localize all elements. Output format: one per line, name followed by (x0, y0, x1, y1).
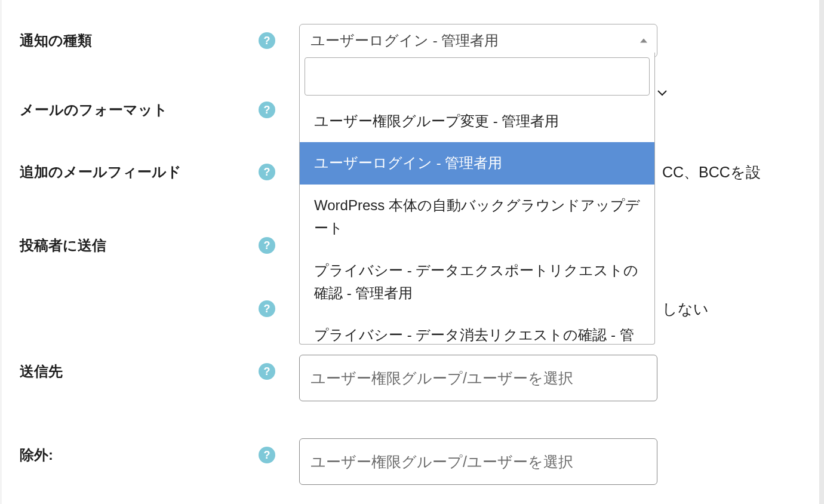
control-exclude: ユーザー権限グループ/ユーザーを選択 (299, 438, 657, 485)
dropdown-search-wrap (300, 53, 654, 100)
label-blank (20, 292, 259, 299)
help-icon[interactable]: ? (259, 32, 275, 49)
destination-input[interactable]: ユーザー権限グループ/ユーザーを選択 (299, 355, 657, 401)
help-icon[interactable]: ? (259, 237, 275, 254)
notification-type-dropdown: ユーザー権限グループ変更 - 管理者用 ユーザーログイン - 管理者用 Word… (299, 53, 655, 345)
help-icon[interactable]: ? (259, 102, 275, 118)
dropdown-option[interactable]: WordPress 本体の自動バックグラウンドアップデート (300, 185, 654, 250)
help-icon[interactable]: ? (259, 300, 275, 317)
control-destination: ユーザー権限グループ/ユーザーを選択 (299, 355, 657, 401)
additional-fields-hint: CC、BCCを設 (662, 155, 761, 182)
label-send-to-author: 投稿者に送信 (20, 229, 259, 255)
help-icon[interactable]: ? (259, 164, 275, 180)
label-notification-type: 通知の種類 (20, 24, 259, 50)
exclude-input[interactable]: ユーザー権限グループ/ユーザーを選択 (299, 438, 657, 485)
dropdown-option[interactable]: プライバシー - データエクスポートリクエストの確認 - 管理者用 (300, 250, 654, 315)
notification-type-selected-value: ユーザーログイン - 管理者用 (310, 31, 499, 50)
help-icon[interactable]: ? (259, 447, 275, 463)
dropdown-option-selected[interactable]: ユーザーログイン - 管理者用 (300, 142, 654, 184)
destination-placeholder: ユーザー権限グループ/ユーザーを選択 (310, 368, 573, 388)
dropdown-option[interactable]: ユーザー権限グループ変更 - 管理者用 (300, 100, 654, 142)
label-destination: 送信先 (20, 355, 259, 381)
label-exclude: 除外: (20, 438, 259, 465)
exclude-placeholder: ユーザー権限グループ/ユーザーを選択 (310, 452, 573, 472)
help-icon[interactable]: ? (259, 363, 275, 380)
label-mail-format: メールのフォーマット (20, 93, 259, 119)
dropdown-search-input[interactable] (305, 57, 650, 96)
chevron-up-icon (640, 39, 647, 43)
row-destination: 送信先 ? ユーザー権限グループ/ユーザーを選択 (20, 355, 801, 401)
do-not-send-hint: しない (662, 292, 709, 319)
dropdown-option-list: ユーザー権限グループ変更 - 管理者用 ユーザーログイン - 管理者用 Word… (300, 100, 654, 344)
dropdown-option[interactable]: プライバシー - データ消去リクエストの確認 - 管理者用 (300, 314, 654, 344)
row-exclude: 除外: ? ユーザー権限グループ/ユーザーを選択 (20, 438, 801, 485)
settings-form: 通知の種類 ? ユーザーログイン - 管理者用 メールのフォーマット ? 追加の… (0, 0, 824, 504)
label-additional-fields: 追加のメールフィールド (20, 155, 259, 182)
